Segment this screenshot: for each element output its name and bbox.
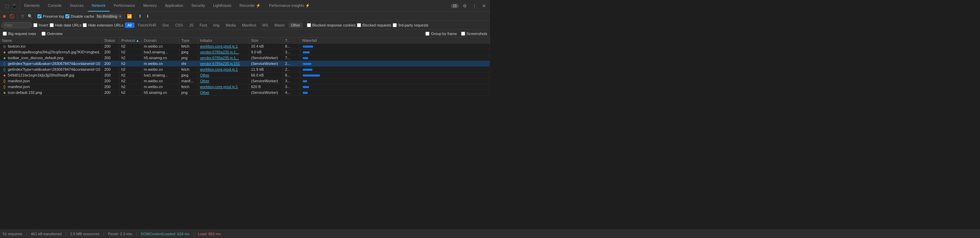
- blocked-cookies-checkbox[interactable]: [307, 23, 311, 27]
- close-icon[interactable]: ✕: [480, 2, 487, 9]
- initiator-link[interactable]: Other: [200, 79, 210, 83]
- cell-name: {} getIndex?type=uid&value=2830678474&co…: [0, 61, 102, 67]
- col-header-status[interactable]: Status: [102, 38, 119, 43]
- tab-application[interactable]: Application: [161, 0, 188, 11]
- type-all[interactable]: All: [125, 22, 134, 28]
- type-wasm[interactable]: Wasm: [272, 22, 287, 28]
- col-header-time[interactable]: T...: [283, 38, 300, 43]
- invert-checkbox[interactable]: [33, 23, 37, 27]
- settings-icon[interactable]: ⚙: [461, 2, 468, 9]
- tab-console[interactable]: Console: [44, 0, 66, 11]
- type-font[interactable]: Font: [197, 22, 210, 28]
- col-header-name[interactable]: Name: [0, 38, 102, 43]
- group-by-frame-label[interactable]: Group by frame: [425, 32, 457, 36]
- preserve-log-label[interactable]: Preserve log: [37, 14, 64, 18]
- type-doc[interactable]: Doc: [160, 22, 172, 28]
- group-by-frame-checkbox[interactable]: [425, 32, 430, 36]
- hide-ext-urls-checkbox[interactable]: [83, 23, 87, 27]
- big-rows-label[interactable]: Big request rows: [3, 32, 36, 36]
- col-header-protocol[interactable]: Protocol▲: [119, 38, 142, 43]
- hide-data-urls-checkbox[interactable]: [50, 23, 54, 27]
- tab-recorder[interactable]: Recorder ⚡: [235, 0, 265, 11]
- table-row[interactable]: ■ a8b8b9cajw8exsgha3l4uj20cq0crmy5.jpg?K…: [0, 49, 490, 55]
- preserve-log-checkbox[interactable]: [37, 14, 41, 18]
- cell-waterfall: [300, 55, 490, 61]
- type-css[interactable]: CSS: [173, 22, 185, 28]
- third-party-label[interactable]: 3rd-party requests: [393, 23, 428, 27]
- cell-domain: tva1.sinaimg...: [142, 72, 179, 78]
- col-header-waterfall[interactable]: Waterfall: [300, 38, 490, 43]
- tab-network[interactable]: Network: [88, 0, 110, 11]
- col-header-domain[interactable]: Domain: [142, 38, 179, 43]
- inspect-icon[interactable]: ⬚: [3, 2, 10, 9]
- overview-label[interactable]: Overview: [41, 32, 63, 36]
- initiator-link[interactable]: workbox-core.prod.js:1: [200, 44, 238, 48]
- initiator-link[interactable]: workbox-core.prod.js:1: [200, 67, 238, 71]
- tab-elements[interactable]: Elements: [20, 0, 44, 11]
- screenshots-checkbox[interactable]: [461, 32, 465, 36]
- cell-time: 3...: [283, 49, 300, 55]
- tab-sources[interactable]: Sources: [66, 0, 88, 11]
- table-row[interactable]: ■ 549d0121tw1egm1kjly3jj20hs0hsq4f.jpg 2…: [0, 72, 490, 78]
- overview-checkbox[interactable]: [41, 32, 46, 36]
- cell-initiator: vendor.6785a235.js:1...: [198, 49, 249, 55]
- file-type-icon: ■: [2, 56, 7, 60]
- wifi-icon[interactable]: 📶: [127, 13, 133, 19]
- tab-security[interactable]: Security: [187, 0, 209, 11]
- type-other[interactable]: Other: [288, 22, 303, 28]
- blocked-requests-label[interactable]: Blocked requests: [357, 23, 391, 27]
- more-icon[interactable]: ⋮: [471, 2, 478, 9]
- cell-protocol: h2: [119, 67, 142, 72]
- table-row[interactable]: ◎ favicon.ico 200 h2 m.weibo.cn fetch wo…: [0, 43, 490, 49]
- search-icon[interactable]: 🔍: [27, 13, 33, 19]
- type-ws[interactable]: WS: [259, 22, 270, 28]
- blocked-requests-checkbox[interactable]: [357, 23, 361, 27]
- throttle-select-wrap[interactable]: No throttling: [95, 14, 122, 19]
- big-rows-checkbox[interactable]: [3, 32, 7, 36]
- col-header-initiator[interactable]: Initiator: [198, 38, 249, 43]
- type-img[interactable]: Img: [211, 22, 222, 28]
- table-row[interactable]: {} getIndex?type=uid&value=2830678474&co…: [0, 67, 490, 72]
- tab-bar: ⬚ 📱 Elements Console Sources Network Per…: [0, 0, 490, 12]
- initiator-link[interactable]: Other: [200, 73, 210, 77]
- tab-performance-insights[interactable]: Performance insights ⚡: [265, 0, 314, 11]
- initiator-link[interactable]: vendor.6785a235.js:1...: [200, 50, 239, 54]
- initiator-link[interactable]: vendor.6785a235.js:151: [200, 62, 240, 66]
- hide-ext-urls-label[interactable]: Hide extension URLs: [83, 23, 123, 27]
- blocked-cookies-label[interactable]: Blocked response cookies: [307, 23, 356, 27]
- throttle-select[interactable]: No throttling: [95, 14, 122, 19]
- type-fetch-xhr[interactable]: Fetch/XHR: [136, 22, 159, 28]
- screenshots-label[interactable]: Screenshots: [461, 32, 487, 36]
- upload-icon[interactable]: ⬆: [137, 13, 143, 19]
- table-row[interactable]: {} manifest.json 200 h2 m.weibo.cn fetch…: [0, 84, 490, 90]
- disable-cache-checkbox[interactable]: [65, 14, 69, 18]
- type-js[interactable]: JS: [187, 22, 196, 28]
- initiator-link[interactable]: vendor.6785a235.js:1...: [200, 56, 239, 60]
- table-row[interactable]: {} manifest.json 200 h2 m.weibo.cn manif…: [0, 78, 490, 84]
- table-row[interactable]: ■ icon-default-192.png 200 h2 h5.sinaimg…: [0, 90, 490, 95]
- tab-memory[interactable]: Memory: [139, 0, 161, 11]
- cell-initiator: workbox-core.prod.js:1: [198, 67, 249, 72]
- col-header-size[interactable]: Size: [249, 38, 283, 43]
- tab-performance[interactable]: Performance: [110, 0, 139, 11]
- record-icon[interactable]: ⏺: [2, 13, 8, 19]
- device-icon[interactable]: 📱: [11, 2, 18, 9]
- clear-icon[interactable]: 🚫: [9, 13, 15, 19]
- invert-label[interactable]: Invert: [33, 23, 48, 27]
- type-manifest[interactable]: Manifest: [240, 22, 259, 28]
- table-row[interactable]: ■ toolbar_icon_discuss_default.png 200 h…: [0, 55, 490, 61]
- filter-icon[interactable]: ▽: [19, 13, 25, 19]
- cell-initiator: vendor.6785a235.js:151: [198, 61, 249, 67]
- initiator-link[interactable]: workbox-core.prod.js:1: [200, 85, 238, 89]
- type-media[interactable]: Media: [223, 22, 238, 28]
- initiator-link[interactable]: Other: [200, 90, 210, 95]
- tab-lighthouse[interactable]: Lighthouse: [209, 0, 235, 11]
- col-header-type[interactable]: Type: [179, 38, 198, 43]
- third-party-checkbox[interactable]: [393, 23, 397, 27]
- hide-data-urls-label[interactable]: Hide data URLs: [50, 23, 82, 27]
- filter-input[interactable]: [2, 22, 32, 28]
- file-type-icon: {}: [2, 67, 7, 72]
- disable-cache-label[interactable]: Disable cache: [65, 14, 94, 18]
- download-icon[interactable]: ⬇: [145, 13, 151, 19]
- table-row[interactable]: {} getIndex?type=uid&value=2830678474&co…: [0, 61, 490, 67]
